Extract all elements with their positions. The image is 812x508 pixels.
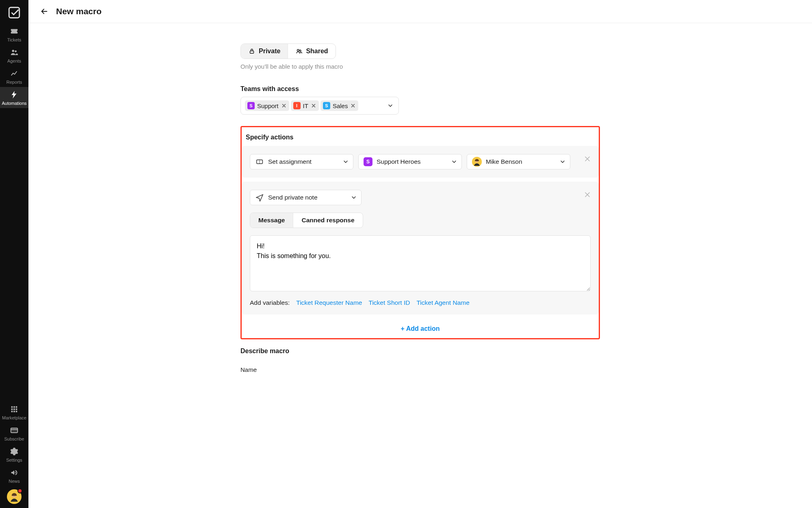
back-button[interactable]	[40, 7, 49, 16]
team-badge: S	[323, 102, 330, 109]
visibility-segmented: Private Shared	[240, 43, 336, 59]
chevron-down-icon	[351, 194, 357, 201]
sidebar-item-subscribe[interactable]: Subscribe	[0, 423, 28, 444]
svg-rect-9	[11, 411, 13, 412]
remove-action-button[interactable]	[583, 155, 591, 163]
svg-point-1	[12, 50, 15, 52]
close-icon	[583, 155, 591, 163]
close-icon	[583, 191, 591, 199]
team-chip-it: I IT	[291, 100, 319, 111]
select-value: Mike Benson	[486, 158, 522, 165]
visibility-shared-option[interactable]: Shared	[288, 44, 335, 59]
tab-canned-response[interactable]: Canned response	[293, 213, 362, 228]
svg-rect-5	[16, 406, 17, 408]
describe-macro-heading: Describe macro	[240, 347, 600, 355]
sidebar-label: Settings	[6, 458, 22, 462]
grid-icon	[10, 405, 19, 414]
visibility-shared-label: Shared	[306, 48, 328, 55]
page-title: New macro	[56, 7, 102, 16]
svg-rect-4	[13, 406, 15, 408]
bolt-icon	[10, 90, 19, 99]
sidebar-item-tickets[interactable]: Tickets	[0, 24, 28, 45]
sidebar-item-news[interactable]: News	[0, 465, 28, 486]
user-avatar[interactable]	[7, 489, 22, 504]
teams-label: Teams with access	[240, 85, 600, 93]
action-card-note: Send private note Message Canned respons…	[242, 182, 599, 315]
variable-link-short-id[interactable]: Ticket Short ID	[368, 299, 410, 306]
chevron-down-icon	[387, 102, 394, 109]
svg-rect-17	[250, 51, 254, 53]
content-scroll: Private Shared Only you'll be able to ap…	[28, 23, 812, 508]
ticket-icon	[10, 27, 19, 36]
gear-icon	[10, 447, 19, 456]
name-field-label: Name	[240, 366, 600, 373]
team-chip-label: Sales	[333, 102, 348, 109]
people-icon	[295, 48, 303, 55]
sidebar-item-automations[interactable]: Automations	[0, 87, 28, 108]
team-badge: S	[364, 157, 372, 166]
team-badge: I	[293, 102, 301, 109]
action-type-select[interactable]: Send private note	[250, 190, 362, 205]
arrow-left-icon	[40, 7, 49, 16]
notification-dot	[17, 488, 22, 493]
sidebar-item-reports[interactable]: Reports	[0, 66, 28, 87]
team-badge: S	[247, 102, 255, 109]
add-variables-row: Add variables: Ticket Requester Name Tic…	[250, 299, 591, 306]
remove-team-button[interactable]	[311, 103, 316, 109]
reports-icon	[10, 69, 19, 78]
agent-avatar	[472, 157, 482, 167]
main-area: New macro Private Shared Only you'	[28, 0, 812, 508]
specify-actions-heading: Specify actions	[242, 127, 599, 146]
sidebar-label: Marketplace	[2, 415, 26, 420]
message-textarea[interactable]	[250, 235, 591, 291]
action-agent-select[interactable]: Mike Benson	[467, 154, 570, 169]
tab-message[interactable]: Message	[250, 213, 293, 228]
app-sidebar: Tickets Agents Reports Automations	[0, 0, 28, 508]
remove-team-button[interactable]	[281, 103, 287, 109]
agents-icon	[10, 48, 19, 57]
svg-point-18	[297, 50, 299, 52]
sidebar-item-marketplace[interactable]: Marketplace	[0, 402, 28, 423]
teams-select[interactable]: S Support I IT S Sales	[240, 97, 399, 115]
chevron-down-icon	[451, 158, 457, 165]
select-value: Support Heroes	[377, 158, 421, 165]
add-action-button[interactable]: + Add action	[242, 319, 599, 338]
team-chip-label: IT	[303, 102, 308, 109]
team-chip-label: Support	[257, 102, 279, 109]
app-logo[interactable]	[7, 6, 21, 20]
svg-point-2	[15, 50, 17, 52]
sidebar-label: Agents	[7, 59, 21, 63]
card-icon	[10, 426, 19, 435]
sidebar-top-group: Tickets Agents Reports Automations	[0, 24, 28, 108]
sidebar-item-agents[interactable]: Agents	[0, 45, 28, 66]
sidebar-label: Reports	[6, 80, 22, 85]
variable-link-agent[interactable]: Ticket Agent Name	[416, 299, 469, 306]
svg-rect-3	[11, 406, 13, 408]
svg-point-19	[300, 50, 301, 52]
sidebar-label: Automations	[2, 101, 26, 106]
paper-plane-icon	[255, 193, 264, 202]
visibility-hint: Only you'll be able to apply this macro	[240, 63, 600, 70]
visibility-private-option[interactable]: Private	[241, 44, 288, 59]
teams-expand[interactable]	[387, 102, 394, 109]
svg-rect-12	[11, 428, 18, 433]
remove-team-button[interactable]	[350, 103, 356, 109]
action-card-assignment: Set assignment S Support Heroes	[242, 146, 599, 178]
specify-actions-section: Specify actions Set assignment	[240, 126, 600, 339]
remove-action-button[interactable]	[583, 191, 591, 199]
form-column: Private Shared Only you'll be able to ap…	[240, 43, 600, 508]
close-icon	[311, 103, 316, 109]
ticket-icon	[255, 157, 264, 166]
add-variables-label: Add variables:	[250, 299, 290, 306]
sidebar-item-settings[interactable]: Settings	[0, 444, 28, 465]
action-type-select[interactable]: Set assignment	[250, 154, 353, 169]
select-value: Set assignment	[268, 158, 312, 165]
action-team-select[interactable]: S Support Heroes	[358, 154, 462, 169]
team-chip-support: S Support	[245, 100, 289, 111]
close-icon	[350, 103, 356, 109]
top-bar: New macro	[28, 0, 812, 23]
svg-rect-10	[13, 411, 15, 412]
sidebar-bottom-group: Marketplace Subscribe Settings News	[0, 402, 28, 486]
svg-rect-7	[13, 408, 15, 410]
variable-link-requester[interactable]: Ticket Requester Name	[296, 299, 362, 306]
